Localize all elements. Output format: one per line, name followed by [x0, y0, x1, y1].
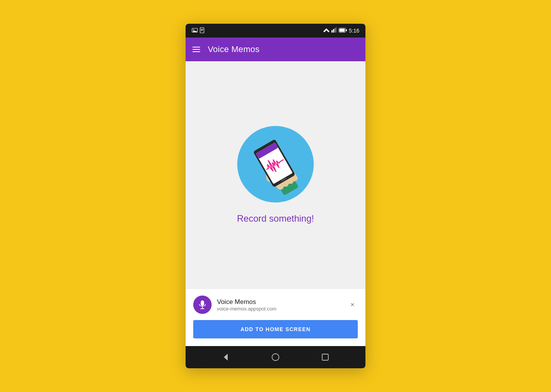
svg-rect-31 [322, 354, 328, 360]
svg-rect-8 [333, 29, 334, 33]
home-button[interactable] [269, 350, 282, 364]
status-icons-right: 5:16 [323, 27, 359, 34]
svg-rect-7 [331, 30, 333, 33]
banner-info: Voice Memos voice-memos.appspot.com [217, 298, 347, 312]
svg-marker-6 [323, 28, 329, 33]
wifi-icon [323, 27, 329, 34]
image-status-icon [192, 28, 198, 34]
navigation-bar [186, 346, 365, 368]
svg-marker-29 [224, 354, 228, 361]
phone-frame: 5:16 Voice Memos [186, 24, 365, 368]
hamburger-menu-icon[interactable] [192, 47, 200, 52]
add-to-homescreen-button[interactable]: ADD TO HOME SCREEN [193, 320, 358, 338]
hamburger-line-2 [192, 49, 200, 50]
app-title: Voice Memos [208, 44, 259, 54]
hamburger-line-3 [192, 51, 200, 52]
back-icon [222, 353, 230, 361]
recents-icon [321, 353, 329, 361]
add-to-homescreen-banner: Voice Memos voice-memos.appspot.com × AD… [186, 288, 365, 346]
banner-app-icon [193, 296, 212, 314]
status-left-icons [192, 27, 204, 34]
svg-rect-26 [201, 301, 204, 306]
svg-rect-13 [346, 29, 347, 31]
svg-point-1 [193, 29, 194, 30]
recents-button[interactable] [318, 350, 332, 364]
main-content: Record something! [186, 61, 365, 288]
banner-close-button[interactable]: × [347, 299, 358, 310]
hamburger-line-1 [192, 47, 200, 47]
status-time: 5:16 [349, 28, 359, 34]
signal-icon [331, 27, 337, 34]
back-button[interactable] [219, 350, 233, 364]
app-bar: Voice Memos [186, 38, 365, 61]
banner-header: Voice Memos voice-memos.appspot.com × [193, 296, 358, 314]
svg-rect-10 [336, 27, 337, 33]
illustration-circle [237, 126, 314, 203]
record-prompt-text: Record something! [237, 213, 314, 224]
bookmark-status-icon [200, 27, 204, 34]
svg-rect-2 [200, 28, 204, 33]
banner-app-name: Voice Memos [217, 298, 347, 306]
svg-rect-9 [334, 28, 336, 33]
microphone-icon [197, 300, 207, 310]
phone-hand-illustration [246, 131, 305, 198]
battery-icon [339, 27, 347, 34]
svg-rect-12 [339, 29, 345, 32]
banner-url: voice-memos.appspot.com [217, 306, 347, 312]
status-bar: 5:16 [186, 24, 365, 38]
svg-point-30 [272, 354, 279, 361]
home-icon [271, 353, 280, 361]
